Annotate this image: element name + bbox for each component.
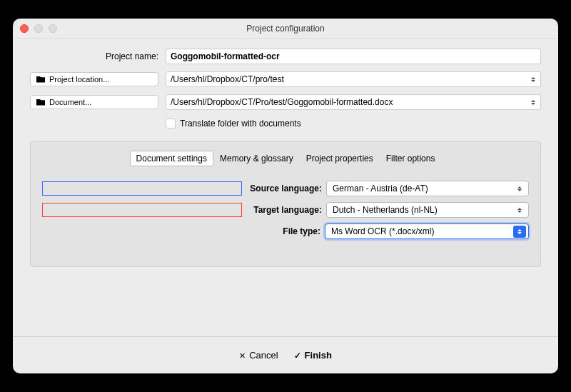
document-button-label: Document... xyxy=(49,98,91,106)
content-area: Project name: Goggomobil-formatted-ocr P… xyxy=(13,39,558,336)
stepper-icon xyxy=(513,204,526,216)
document-combo[interactable]: /Users/hl/Dropbox/CT/Pro/test/Goggomobil… xyxy=(166,94,541,110)
finish-label: Finish xyxy=(305,350,332,361)
tab-filter-options[interactable]: Filter options xyxy=(380,151,442,166)
minimize-window-button[interactable] xyxy=(34,24,43,33)
translate-folder-row: Translate folder with documents xyxy=(166,119,541,129)
tab-project-properties[interactable]: Project properties xyxy=(300,151,380,166)
tab-document-settings[interactable]: Document settings xyxy=(130,151,213,166)
stepper-icon xyxy=(513,183,526,195)
maximize-window-button[interactable] xyxy=(49,24,57,33)
footer: Cancel Finish xyxy=(13,336,558,373)
target-language-value: Dutch - Netherlands (nl-NL) xyxy=(333,205,438,215)
tab-memory-glossary[interactable]: Memory & glossary xyxy=(213,151,300,166)
project-location-button[interactable]: Project location... xyxy=(30,72,158,86)
folder-icon xyxy=(36,99,45,106)
tabs: Document settings Memory & glossary Proj… xyxy=(42,151,529,166)
stepper-icon xyxy=(528,97,538,107)
target-language-select[interactable]: Dutch - Netherlands (nl-NL) xyxy=(326,202,529,218)
cancel-label: Cancel xyxy=(249,350,278,361)
settings-panel: Document settings Memory & glossary Proj… xyxy=(30,141,541,267)
source-language-select[interactable]: German - Austria (de-AT) xyxy=(326,181,529,196)
file-type-value: Ms Word OCR (*.docx/xml) xyxy=(331,226,434,236)
stepper-icon xyxy=(528,74,538,84)
source-language-label: Source language: xyxy=(248,184,322,194)
target-language-label: Target language: xyxy=(248,205,322,215)
target-color-box xyxy=(42,203,242,217)
file-type-select[interactable]: Ms Word OCR (*.docx/xml) xyxy=(325,223,529,239)
window-title: Project configuration xyxy=(13,24,558,34)
finish-button[interactable]: Finish xyxy=(294,350,332,361)
close-icon xyxy=(239,350,246,361)
titlebar: Project configuration xyxy=(13,19,558,39)
close-window-button[interactable] xyxy=(20,24,29,33)
window-controls xyxy=(20,24,57,33)
check-icon xyxy=(294,350,301,361)
translate-folder-label: Translate folder with documents xyxy=(180,119,301,129)
source-color-box xyxy=(42,181,242,196)
document-button[interactable]: Document... xyxy=(30,95,158,109)
cancel-button[interactable]: Cancel xyxy=(239,350,278,361)
stepper-icon xyxy=(513,226,526,238)
project-location-value: /Users/hl/Dropbox/CT/pro/test xyxy=(171,74,284,84)
document-value: /Users/hl/Dropbox/CT/Pro/test/Goggomobil… xyxy=(171,97,393,107)
translate-folder-checkbox[interactable] xyxy=(166,119,176,129)
project-location-button-label: Project location... xyxy=(49,75,109,84)
file-type-label: File type: xyxy=(42,226,320,236)
project-name-input[interactable]: Goggomobil-formatted-ocr xyxy=(166,49,541,64)
project-location-combo[interactable]: /Users/hl/Dropbox/CT/pro/test xyxy=(166,71,541,87)
folder-icon xyxy=(36,76,45,83)
dialog-window: Project configuration Project name: Gogg… xyxy=(13,19,558,373)
source-language-value: German - Austria (de-AT) xyxy=(333,184,428,194)
project-name-label: Project name: xyxy=(30,51,158,61)
